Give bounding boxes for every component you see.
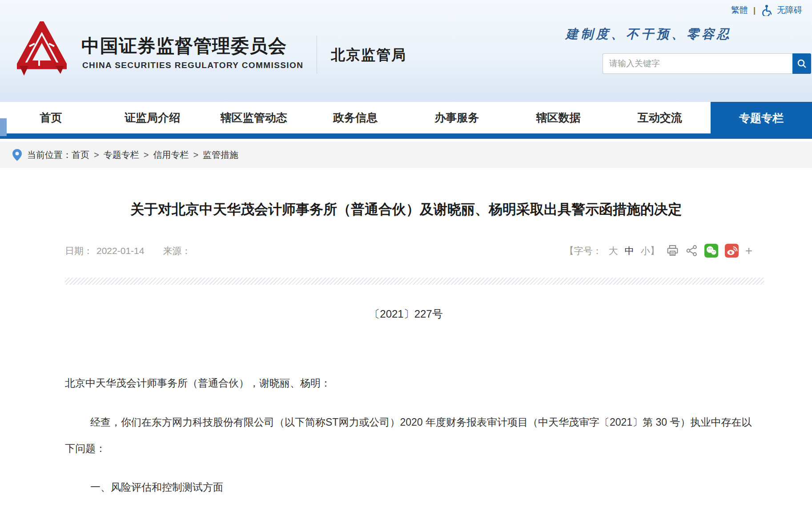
article-paragraph-salutation: 北京中天华茂会计师事务所（普通合伙），谢晓丽、杨明：	[65, 370, 331, 396]
breadcrumb-label: 当前位置：	[27, 149, 72, 161]
document-number: 〔2021〕227号	[0, 307, 812, 321]
org-name-en: CHINA SECURITIES REGULATORY COMMISSION	[82, 60, 303, 70]
top-links-divider: |	[753, 6, 756, 15]
breadcrumb-special-columns[interactable]: 专题专栏	[104, 149, 139, 161]
share-button[interactable]	[686, 245, 698, 257]
nav-item-regional-data[interactable]: 辖区数据	[507, 102, 609, 133]
wechat-icon	[705, 245, 717, 257]
breadcrumb: 当前位置： 首页 > 专题专栏 > 信用专栏 > 监管措施	[0, 141, 812, 168]
print-button[interactable]	[666, 244, 679, 257]
article-meta-left: 日期： 2022-01-14 来源：	[65, 245, 191, 257]
breadcrumb-separator: >	[144, 150, 149, 160]
nav-item-regional-supervision[interactable]: 辖区监管动态	[203, 102, 305, 133]
main-nav: 首页 证监局介绍 辖区监管动态 政务信息 办事服务 辖区数据 互动交流 专题专栏	[0, 102, 812, 139]
article-paragraph-section-1: 一、风险评估和控制测试方面	[65, 474, 223, 500]
breadcrumb-separator: >	[193, 150, 198, 160]
article-title: 关于对北京中天华茂会计师事务所（普通合伙）及谢晓丽、杨明采取出具警示函措施的决定	[44, 200, 768, 219]
traditional-chinese-link[interactable]: 繁體	[731, 4, 748, 16]
nav-item-home[interactable]: 首页	[0, 102, 101, 133]
breadcrumb-credit-column[interactable]: 信用专栏	[153, 149, 189, 161]
printer-icon	[666, 244, 679, 257]
header-vertical-divider	[317, 36, 317, 74]
weibo-share-button[interactable]	[725, 244, 739, 258]
date-label: 日期：	[65, 245, 93, 257]
more-share-button[interactable]: +	[745, 245, 752, 257]
nav-item-bureau-intro[interactable]: 证监局介绍	[101, 102, 203, 133]
location-pin-icon	[12, 149, 22, 161]
breadcrumb-separator: >	[94, 150, 99, 160]
font-size-large-button[interactable]: 大	[609, 245, 618, 257]
article-meta-row: 日期： 2022-01-14 来源： 【字号： 大 中 小】	[65, 244, 752, 258]
share-nodes-icon	[686, 245, 698, 257]
nav-item-interaction[interactable]: 互动交流	[609, 102, 711, 133]
top-utility-links: 繁體 | 无障碍	[731, 4, 802, 16]
csrc-logo-icon[interactable]	[17, 21, 67, 82]
article-toolbar: 【字号： 大 中 小】	[565, 244, 752, 258]
font-size-small-button[interactable]: 小】	[641, 245, 659, 257]
site-header: 繁體 | 无障碍 中国证券监督管理委员会 CHINA SECURITIES RE…	[0, 0, 812, 102]
hatched-divider	[65, 278, 764, 285]
nav-item-gov-info[interactable]: 政务信息	[305, 102, 406, 133]
breadcrumb-supervision-measures[interactable]: 监管措施	[203, 149, 238, 161]
wheelchair-icon	[761, 4, 772, 16]
article-date: 2022-01-14	[96, 246, 144, 256]
bureau-name: 北京监管局	[331, 45, 406, 65]
nav-items: 首页 证监局介绍 辖区监管动态 政务信息 办事服务 辖区数据 互动交流 专题专栏	[0, 102, 812, 133]
org-name-cn: 中国证券监督管理委员会	[81, 34, 287, 58]
wechat-share-button[interactable]	[704, 244, 718, 258]
policy-slogan: 建制度、不干预、零容忍	[566, 26, 732, 43]
accessibility-link[interactable]: 无障碍	[777, 4, 802, 16]
search-button[interactable]	[792, 53, 811, 74]
breadcrumb-home[interactable]: 首页	[72, 149, 89, 161]
weibo-icon	[726, 245, 738, 257]
font-size-label: 【字号：	[565, 245, 602, 257]
nav-item-services[interactable]: 办事服务	[406, 102, 507, 133]
nav-item-special-columns-active[interactable]: 专题专栏	[711, 102, 812, 139]
source-label: 来源：	[163, 245, 191, 257]
search-icon	[796, 58, 807, 69]
nav-bottom-strip	[0, 133, 812, 139]
left-edge-decoration	[0, 118, 7, 136]
search-input[interactable]	[603, 53, 792, 74]
article-paragraph-findings: 经查，你们在东方网力科技股份有限公司（以下简称ST网力或公司）2020 年度财务…	[65, 409, 753, 462]
font-size-medium-button[interactable]: 中	[625, 245, 634, 257]
